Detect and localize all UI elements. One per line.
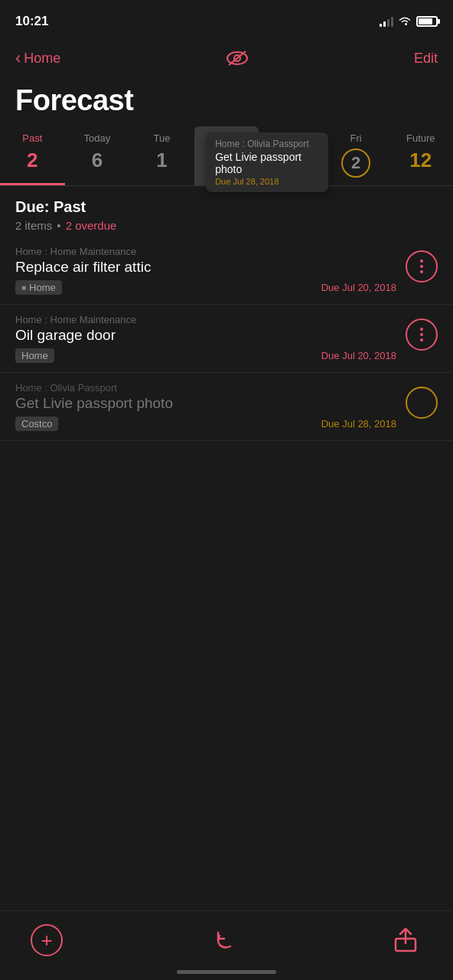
task-name-3: Get Livie passport photo — [15, 395, 396, 412]
task-tag-2: Home — [15, 348, 54, 363]
edit-button[interactable]: Edit — [414, 51, 438, 67]
wifi-icon — [398, 15, 412, 28]
task-project-2: Home : Home Maintenance — [15, 314, 396, 325]
task-content-1: Home : Home Maintenance Replace air filt… — [15, 246, 396, 295]
day-tue-count: 1 — [156, 149, 167, 172]
task-due-1: Due Jul 20, 2018 — [321, 282, 396, 293]
meta-dot: • — [57, 219, 60, 232]
day-today[interactable]: Today 6 — [65, 126, 130, 185]
day-fri[interactable]: Fri 2 — [324, 126, 389, 185]
task-tag-icon-1: ■ — [21, 283, 26, 292]
nav-bar: ‹ Home Edit — [0, 38, 453, 81]
tooltip-popup: Home : Olivia Passport Get Livie passpor… — [206, 132, 328, 192]
status-bar: 10:21 — [0, 0, 453, 38]
task-tags-row-1: ■ Home Due Jul 20, 2018 — [15, 280, 396, 295]
status-icons — [380, 15, 438, 28]
task-tags-row-3: Costco Due Jul 28, 2018 — [15, 416, 396, 431]
day-past[interactable]: Past 2 — [0, 126, 65, 185]
home-indicator — [177, 970, 276, 974]
task-due-2: Due Jul 20, 2018 — [321, 350, 396, 361]
task-content-3: Home : Olivia Passport Get Livie passpor… — [15, 382, 396, 431]
add-icon: + — [41, 929, 52, 952]
day-future[interactable]: Future 12 — [388, 126, 453, 185]
more-dots-icon-1 — [420, 260, 423, 273]
day-past-label: Past — [22, 132, 42, 144]
task-list: Home : Home Maintenance Replace air filt… — [0, 237, 453, 456]
task-tag-label-1: Home — [29, 282, 56, 293]
tooltip-title: Home : Olivia Passport — [215, 139, 319, 149]
overdue-badge: 2 overdue — [66, 219, 117, 232]
task-tags-row-2: Home Due Jul 20, 2018 — [15, 348, 396, 363]
back-label: Home — [24, 51, 60, 67]
day-future-label: Future — [406, 132, 435, 144]
back-button[interactable]: ‹ Home — [15, 50, 60, 67]
task-item: Home : Home Maintenance Replace air filt… — [0, 237, 453, 305]
tooltip-due: Due Jul 28, 2018 — [215, 177, 319, 186]
day-tue[interactable]: Tue 1 Home : Olivia Passport Get Livie p… — [129, 126, 194, 185]
more-dots-icon-2 — [420, 328, 423, 341]
task-project-1: Home : Home Maintenance — [15, 246, 396, 257]
page-title: Forecast — [0, 81, 453, 126]
day-past-count: 2 — [27, 149, 37, 172]
task-name-1: Replace air filter attic — [15, 259, 396, 276]
task-due-3: Due Jul 28, 2018 — [321, 418, 396, 430]
task-tag-label-3: Costco — [21, 418, 52, 430]
battery-icon — [416, 16, 438, 27]
task-item: Home : Olivia Passport Get Livie passpor… — [0, 373, 453, 441]
day-future-count: 12 — [409, 149, 432, 172]
item-count: 2 items — [15, 219, 52, 232]
task-action-button-2[interactable] — [406, 318, 438, 351]
section-header: Due: Past 2 items • 2 overdue — [0, 186, 453, 237]
task-tag-label-2: Home — [21, 350, 48, 361]
task-action-button-3[interactable] — [406, 387, 438, 419]
day-today-count: 6 — [92, 149, 103, 172]
task-action-button-1[interactable] — [406, 250, 438, 283]
eye-button[interactable] — [223, 44, 251, 72]
upload-icon — [394, 928, 417, 952]
task-content-2: Home : Home Maintenance Oil garage door … — [15, 314, 396, 363]
day-fri-count: 2 — [341, 149, 370, 178]
day-fri-label: Fri — [350, 132, 362, 144]
back-chevron-icon: ‹ — [15, 50, 21, 67]
section-meta: 2 items • 2 overdue — [15, 219, 438, 232]
eye-icon — [226, 50, 249, 67]
signal-icon — [380, 16, 393, 27]
empty-circle-icon — [410, 391, 433, 414]
task-name-2: Oil garage door — [15, 327, 396, 344]
section-title: Due: Past — [15, 198, 438, 216]
tooltip-task: Get Livie passport photo — [215, 151, 319, 175]
undo-icon — [213, 929, 238, 951]
day-tue-label: Tue — [153, 132, 170, 144]
status-time: 10:21 — [15, 14, 48, 29]
task-tag-3: Costco — [15, 416, 58, 431]
task-item: Home : Home Maintenance Oil garage door … — [0, 305, 453, 373]
share-button[interactable] — [389, 923, 422, 957]
task-project-3: Home : Olivia Passport — [15, 382, 396, 394]
back-nav-button[interactable] — [209, 923, 243, 957]
task-tag-1: ■ Home — [15, 280, 62, 295]
day-today-label: Today — [84, 132, 111, 144]
add-button[interactable]: + — [31, 924, 63, 956]
day-selector: Past 2 Today 6 Tue 1 Home : Olivia Passp… — [0, 126, 453, 186]
